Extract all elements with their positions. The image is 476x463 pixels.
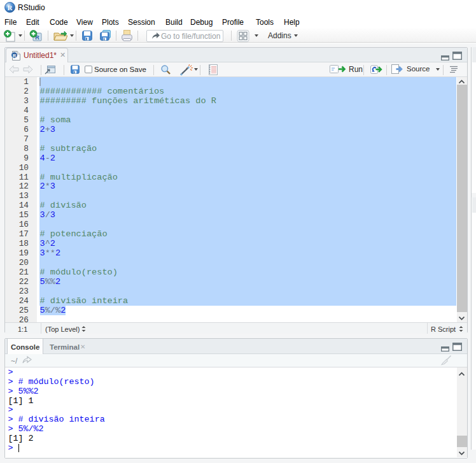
svg-text:R: R	[13, 53, 16, 58]
svg-text:R: R	[8, 4, 13, 11]
